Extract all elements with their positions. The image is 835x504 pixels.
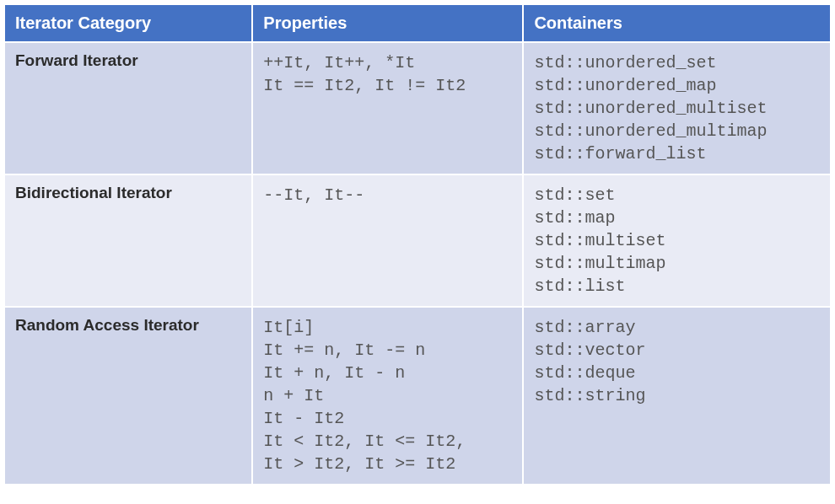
table-row: Forward Iterator ++It, It++, *It It == I… [4,42,831,174]
cell-category: Forward Iterator [4,42,252,174]
cell-category: Bidirectional Iterator [4,174,252,307]
cell-containers: std::set std::map std::multiset std::mul… [523,174,831,307]
cell-containers: std::unordered_set std::unordered_map st… [523,42,831,174]
table-row: Random Access Iterator It[i] It += n, It… [4,307,831,485]
table-row: Bidirectional Iterator --It, It-- std::s… [4,174,831,307]
header-containers: Containers [523,4,831,42]
cell-properties: --It, It-- [252,174,523,307]
cell-properties: It[i] It += n, It -= n It + n, It - n n … [252,307,523,485]
cell-properties: ++It, It++, *It It == It2, It != It2 [252,42,523,174]
header-properties: Properties [252,4,523,42]
table-header-row: Iterator Category Properties Containers [4,4,831,42]
iterator-categories-table: Iterator Category Properties Containers … [3,3,832,485]
cell-category: Random Access Iterator [4,307,252,485]
header-iterator-category: Iterator Category [4,4,252,42]
cell-containers: std::array std::vector std::deque std::s… [523,307,831,485]
